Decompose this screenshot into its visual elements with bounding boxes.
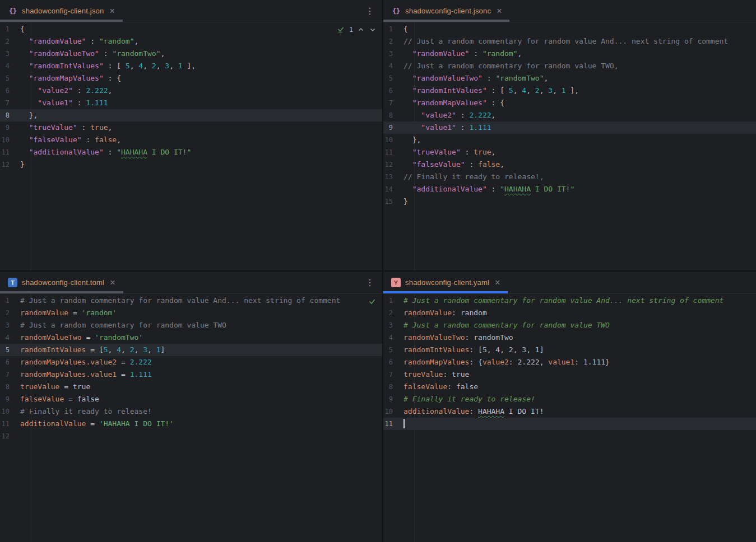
line-number[interactable]: 5 [0,344,20,356]
code-editor-yaml[interactable]: 1# Just a random commentary for random v… [383,294,756,542]
line-number[interactable]: 1 [383,295,403,307]
line-number[interactable]: 3 [383,319,403,331]
inspections-widget[interactable]: 1 [334,24,379,35]
line-number[interactable]: 15 [383,195,403,208]
tab-shadowconfig-client-json[interactable]: {} shadowconfig-client.json × [0,0,123,22]
line-number[interactable]: 8 [383,381,403,393]
line-number[interactable]: 4 [383,331,403,344]
code-line[interactable]: 3 "randomValueTwo" : "randomTwo", [0,48,382,60]
line-number[interactable]: 7 [383,97,403,109]
code-line[interactable]: 8 }, [0,109,382,122]
line-number[interactable]: 7 [0,368,20,381]
line-number[interactable]: 8 [0,109,20,122]
line-number[interactable]: 2 [0,35,20,48]
line-number[interactable]: 5 [0,72,20,85]
line-number[interactable]: 6 [0,356,20,368]
code-line[interactable]: 1{ [0,23,382,35]
code-line[interactable]: 2 "randomValue" : "random", [0,35,382,48]
next-problem-icon[interactable] [369,26,377,34]
code-editor-toml[interactable]: 1# Just a random commentary for random v… [0,294,382,542]
code-line[interactable]: 3# Just a random commentary for random v… [0,319,382,331]
line-number[interactable]: 6 [383,356,403,368]
code-line[interactable]: 5 "randomValueTwo" : "randomTwo", [383,72,756,85]
line-number[interactable]: 9 [0,393,20,405]
inspection-ok-icon[interactable] [368,297,377,306]
code-line[interactable]: 11 "trueValue" : true, [383,146,756,158]
line-number[interactable]: 11 [0,418,20,430]
line-number[interactable]: 5 [383,72,403,85]
line-number[interactable]: 10 [0,405,20,418]
code-line[interactable]: 5randomIntValues = [5, 4, 2, 3, 1] [0,344,382,356]
code-line[interactable]: 11 [383,418,756,430]
code-line[interactable]: 9falseValue = false [0,393,382,405]
code-line[interactable]: 10additionalValue: HAHAHA I DO IT! [383,405,756,418]
tab-close-icon[interactable]: × [494,278,501,287]
code-line[interactable]: 11additionalValue = 'HAHAHA I DO IT!' [0,418,382,430]
line-number[interactable]: 7 [383,368,403,381]
code-line[interactable]: 7 "randomMapValues" : { [383,97,756,109]
more-options-icon[interactable]: ⋮ [365,278,374,287]
line-number[interactable]: 10 [383,405,403,418]
line-number[interactable]: 9 [383,393,403,405]
line-number[interactable]: 3 [0,48,20,60]
inspections-widget[interactable] [365,296,379,307]
code-line[interactable]: 5 "randomMapValues" : { [0,72,382,85]
tab-close-icon[interactable]: × [108,7,115,16]
line-number[interactable]: 11 [383,418,403,430]
line-number[interactable]: 11 [0,146,20,158]
code-line[interactable]: 6 "randomIntValues" : [ 5, 4, 2, 3, 1 ], [383,85,756,97]
tab-shadowconfig-client-yaml[interactable]: Y shadowconfig-client.yaml × [383,272,508,293]
line-number[interactable]: 4 [0,60,20,72]
line-number[interactable]: 9 [0,122,20,134]
code-line[interactable]: 12 "falseValue" : false, [383,158,756,171]
line-number[interactable]: 2 [0,307,20,319]
prev-problem-icon[interactable] [357,26,365,34]
line-number[interactable]: 3 [0,319,20,331]
code-line[interactable]: 4randomValueTwo: randomTwo [383,331,756,344]
line-number[interactable]: 2 [383,307,403,319]
code-line[interactable]: 10# Finally it ready to release! [0,405,382,418]
line-number[interactable]: 12 [0,158,20,171]
code-line[interactable]: 3 "randomValue" : "random", [383,48,756,60]
code-line[interactable]: 10 }, [383,134,756,146]
code-line[interactable]: 11 "additionalValue" : "HAHAHA I DO IT!" [0,146,382,158]
tab-close-icon[interactable]: × [109,278,116,287]
code-line[interactable]: 2randomValue: random [383,307,756,319]
code-line[interactable]: 7 "value1" : 1.111 [0,97,382,109]
line-number[interactable]: 11 [383,146,403,158]
code-line[interactable]: 14 "additionalValue" : "HAHAHA I DO IT!" [383,183,756,195]
code-line[interactable]: 3# Just a random commentary for random v… [383,319,756,331]
code-editor-jsonc[interactable]: 1{2// Just a random commentary for rando… [383,22,756,270]
inspection-check-icon[interactable] [336,25,345,34]
line-number[interactable]: 9 [383,122,403,134]
code-line[interactable]: 5randomIntValues: [5, 4, 2, 3, 1] [383,344,756,356]
tab-shadowconfig-client-jsonc[interactable]: {} shadowconfig-client.jsonc × [383,0,509,22]
code-line[interactable]: 1# Just a random commentary for random v… [383,295,756,307]
code-line[interactable]: 12} [0,158,382,171]
line-number[interactable]: 12 [0,430,20,442]
tab-shadowconfig-client-toml[interactable]: T shadowconfig-client.toml × [0,272,123,293]
line-number[interactable]: 14 [383,183,403,195]
line-number[interactable]: 10 [0,134,20,146]
line-number[interactable]: 3 [383,48,403,60]
line-number[interactable]: 1 [0,23,20,35]
code-line[interactable]: 4// Just a random commentary for random … [383,60,756,72]
code-line[interactable]: 1{ [383,23,756,35]
code-line[interactable]: 8 "value2" : 2.222, [383,109,756,122]
line-number[interactable]: 8 [383,109,403,122]
line-number[interactable]: 4 [383,60,403,72]
code-line[interactable]: 12 [0,430,382,442]
line-number[interactable]: 13 [383,171,403,183]
code-line[interactable]: 6randomMapValues.value2 = 2.222 [0,356,382,368]
line-number[interactable]: 6 [383,85,403,97]
code-line[interactable]: 10 "falseValue" : false, [0,134,382,146]
line-number[interactable]: 10 [383,134,403,146]
code-line[interactable]: 6randomMapValues: {value2: 2.222, value1… [383,356,756,368]
code-line[interactable]: 6 "value2" : 2.222, [0,85,382,97]
code-line[interactable]: 4 "randomIntValues" : [ 5, 4, 2, 3, 1 ], [0,60,382,72]
code-line[interactable]: 8falseValue: false [383,381,756,393]
code-line[interactable]: 7trueValue: true [383,368,756,381]
code-line[interactable]: 9# Finally it ready to release! [383,393,756,405]
line-number[interactable]: 1 [0,295,20,307]
line-number[interactable]: 6 [0,85,20,97]
